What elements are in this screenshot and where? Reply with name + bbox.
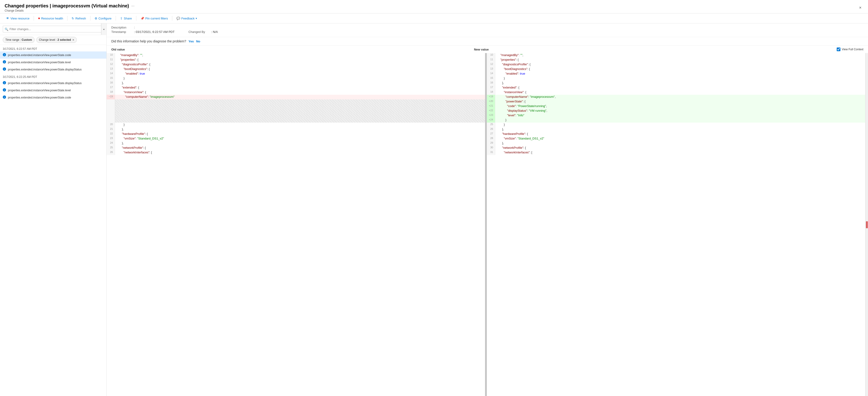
diff-line: 28 "vmSize": "Standard_DS1_v2": [487, 136, 865, 141]
change-level-tag[interactable]: Change level : 2 selected ×: [36, 37, 77, 43]
change-level-clear-icon[interactable]: ×: [72, 38, 74, 42]
diff-line: −19 "computerName": "imageprocessvm": [106, 95, 485, 99]
diff-line: 12 "diagnosticsProfile": {: [106, 62, 485, 67]
diff-line: 22 "hardwareProfile": {: [106, 132, 485, 136]
heart-icon: ♥: [38, 16, 40, 20]
change-item-text: properties.extended.instanceView.powerSt…: [8, 96, 71, 99]
svg-text:i: i: [4, 89, 5, 91]
minimap: [865, 53, 868, 396]
info-icon: i: [3, 88, 6, 92]
svg-text:i: i: [4, 96, 5, 98]
svg-text:i: i: [4, 61, 5, 63]
svg-text:i: i: [4, 68, 5, 70]
info-icon: i: [3, 67, 6, 71]
search-icon: 🔍: [5, 27, 8, 31]
diff-line: +19 "computerName": "imageprocessvm",: [487, 95, 865, 99]
right-panel: Description : Timestamp : 03/17/2021, 6:…: [106, 24, 868, 396]
no-button[interactable]: No: [196, 40, 200, 43]
diff-line: 10 "managedBy": "",: [487, 53, 865, 58]
change-item[interactable]: iproperties.extended.instanceView.powerS…: [0, 79, 106, 87]
changed-by-row: Changed By : N/A: [188, 30, 218, 34]
main-layout: 🔍 « Time range : Custom Change level : 2…: [0, 24, 868, 396]
diff-line: 20 }: [106, 123, 485, 127]
info-icon: i: [3, 60, 6, 64]
title-bar-left: Changed properties | imageprocessvm (Vir…: [5, 3, 134, 12]
view-full-context: View Full Context: [837, 47, 863, 51]
diff-line: 31 "networkInterfaces": [: [487, 151, 865, 155]
description-label: Description: [111, 26, 132, 29]
diff-line: 11 "properties": {: [106, 58, 485, 62]
diff-line: 25 "networkProfile": {: [106, 146, 485, 151]
diff-line: [106, 113, 485, 118]
diff-line: 21 },: [106, 127, 485, 132]
diff-line: 14 "enabled": true: [487, 72, 865, 76]
configure-button[interactable]: ⚙ Configure: [92, 15, 114, 21]
diff-divider[interactable]: [485, 53, 487, 396]
close-button[interactable]: ×: [857, 4, 863, 11]
pin-current-filters-button[interactable]: 📌 Pin current filters: [138, 15, 170, 21]
resource-health-button[interactable]: ♥ Resource health: [36, 15, 65, 21]
diff-line: 17 "extended": {: [487, 86, 865, 90]
diff-line: +23 "level": "Info": [487, 113, 865, 118]
change-item[interactable]: iproperties.extended.instanceView.powerS…: [0, 66, 106, 73]
view-full-context-checkbox[interactable]: [837, 47, 840, 51]
info-icon: i: [3, 81, 6, 85]
diff-line: 24 },: [106, 141, 485, 146]
toolbar-separator-5: [136, 16, 136, 21]
filter-tags: Time range : Custom Change level : 2 sel…: [0, 35, 106, 45]
diff-line: 26 "networkInterfaces": [: [106, 151, 485, 155]
change-item-text: properties.extended.instanceView.powerSt…: [8, 61, 71, 64]
diff-line: 25 }: [487, 123, 865, 127]
diff-line: [106, 109, 485, 113]
time-range-tag[interactable]: Time range : Custom: [3, 37, 35, 43]
diff-line: 15 }: [487, 76, 865, 81]
change-item[interactable]: iproperties.extended.instanceView.powerS…: [0, 94, 106, 101]
view-resource-button[interactable]: 👁 View resource: [4, 15, 32, 21]
page-title: Changed properties | imageprocessvm (Vir…: [5, 3, 134, 8]
timestamp-label: Timestamp: [111, 30, 132, 34]
collapse-panel-button[interactable]: «: [101, 24, 106, 35]
diff-line: 12 "diagnosticsProfile": {: [487, 62, 865, 67]
filter-input[interactable]: [3, 26, 104, 32]
change-item-text: properties.extended.instanceView.powerSt…: [8, 68, 82, 71]
share-button[interactable]: ⇧ Share: [118, 15, 134, 21]
diff-line: 23 "vmSize": "Standard_DS1_v2": [106, 136, 485, 141]
diff-line: 14 "enabled": true: [106, 72, 485, 76]
diff-line: +24 }: [487, 118, 865, 123]
diff-line: 15 }: [106, 76, 485, 81]
title-ellipsis[interactable]: ···: [131, 4, 134, 8]
diff-line: +22 "displayStatus": "VM running",: [487, 109, 865, 113]
change-item-text: properties.extended.instanceView.powerSt…: [8, 54, 71, 57]
feedback-button[interactable]: 💬 Feedback ▾: [174, 15, 199, 21]
refresh-button[interactable]: ↻ Refresh: [69, 15, 88, 21]
diff-line: 13 "bootDiagnostics": {: [106, 67, 485, 72]
diff-line: 18 "instanceView": {: [106, 90, 485, 95]
feedback-icon: 💬: [177, 17, 180, 20]
view-full-context-label: View Full Context: [842, 48, 863, 51]
time-range-label: Time range : Custom: [5, 38, 32, 41]
change-item[interactable]: iproperties.extended.instanceView.powerS…: [0, 87, 106, 94]
detail-header: Description : Timestamp : 03/17/2021, 6:…: [106, 24, 868, 37]
view-resource-icon: 👁: [6, 16, 9, 20]
page-subtitle: Change Details: [5, 9, 134, 12]
change-group-header-1: 3/17/2021, 6:22:25 AM PDT: [0, 73, 106, 79]
configure-icon: ⚙: [95, 17, 97, 20]
diff-line: 13 "bootDiagnostics": {: [487, 67, 865, 72]
info-icon: i: [3, 53, 6, 57]
timestamp-value: : 03/17/2021, 6:22:57 AM PDT: [134, 30, 175, 34]
diff-scroll-wrapper: 10 "managedBy": "",11 "properties": {12 …: [106, 53, 868, 396]
change-item[interactable]: iproperties.extended.instanceView.powerS…: [0, 52, 106, 59]
collapse-arrows-icon: «: [103, 28, 104, 31]
diff-line: 11 "properties": {: [487, 58, 865, 62]
left-panel: 🔍 « Time range : Custom Change level : 2…: [0, 24, 106, 396]
diff-line: [106, 104, 485, 109]
title-bar: Changed properties | imageprocessvm (Vir…: [0, 0, 868, 13]
diff-line: 30 "networkProfile": {: [487, 146, 865, 151]
change-item[interactable]: iproperties.extended.instanceView.powerS…: [0, 59, 106, 66]
info-icon: i: [3, 96, 6, 99]
changes-list: 3/17/2021, 6:22:57 AM PDTiproperties.ext…: [0, 45, 106, 396]
yes-button[interactable]: Yes: [188, 40, 194, 43]
timestamp-row: Timestamp : 03/17/2021, 6:22:57 AM PDT: [111, 30, 175, 34]
diff-line: 26 },: [487, 127, 865, 132]
diff-line: [106, 99, 485, 104]
